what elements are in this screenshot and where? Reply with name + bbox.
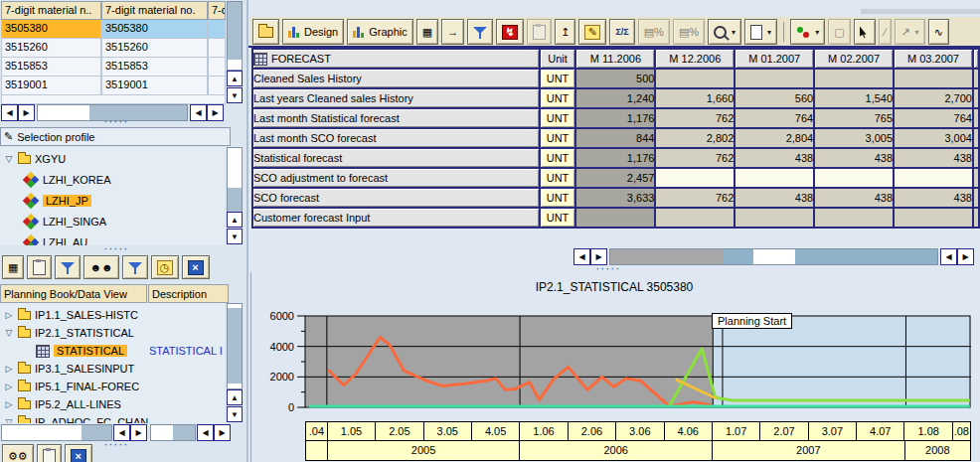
row-label-button[interactable]: Statistical forecast <box>252 148 540 168</box>
row-label-button[interactable]: Last month SCO forecast <box>252 128 540 148</box>
month-column-header[interactable]: M 01.2007 <box>735 49 814 69</box>
splitter-dots[interactable]: ····· <box>104 440 129 450</box>
scroll-down-icon[interactable]: ▼ <box>227 87 243 103</box>
scroll-thumb[interactable] <box>228 2 242 60</box>
material-cell[interactable] <box>208 58 226 77</box>
paste-small-button[interactable] <box>527 19 552 45</box>
value-cell[interactable]: 2,802 <box>655 128 735 148</box>
cursor-button[interactable] <box>854 19 876 45</box>
filter-assign-button[interactable] <box>122 255 148 279</box>
unit-cell[interactable]: UNT <box>540 188 576 208</box>
row-label-button[interactable]: Cleaned Sales History <box>252 69 540 88</box>
value-cell[interactable]: 764 <box>735 108 814 128</box>
value-cell[interactable]: 2,457 <box>575 168 655 188</box>
value-cell[interactable] <box>655 168 735 188</box>
unit-cell[interactable]: UNT <box>540 148 576 168</box>
design-button[interactable]: Design <box>282 19 344 45</box>
value-cell[interactable]: 765 <box>814 108 894 128</box>
scroll-thumb[interactable] <box>82 425 112 440</box>
selection-item-lzhi_au[interactable]: LZHI_AU <box>24 232 87 245</box>
splitter-dots[interactable]: ····· <box>104 117 129 127</box>
material-cell[interactable]: 3515260 <box>101 39 208 58</box>
material-cell[interactable] <box>208 20 226 39</box>
scroll-left-icon[interactable]: ◀ <box>940 248 957 265</box>
scroll-down-icon[interactable]: ▼ <box>227 406 243 422</box>
scroll-thumb[interactable] <box>228 188 242 213</box>
value-cell[interactable]: 438 <box>735 148 814 168</box>
planning-book-item-ip1.1_sales-histc[interactable]: ▷IP1.1_SALES-HISTC <box>4 305 138 325</box>
forecast-hscrollbar[interactable]: ◀ ▶ ◀ ▶ <box>573 248 975 265</box>
table-row[interactable]: 35158533515853 <box>1 58 226 77</box>
value-cell[interactable]: 762 <box>655 188 735 208</box>
planning-book-item-ip_adhoc_fc_chan[interactable]: ▽IP_ADHOC_FC_CHAN <box>4 412 148 423</box>
log-button[interactable]: ◷ <box>151 255 179 279</box>
material-vscrollbar[interactable]: ▲ ▼ <box>227 1 243 104</box>
zoom-button-dropdown[interactable]: ▾ <box>732 28 735 37</box>
zoom-button[interactable]: ▾ <box>708 19 741 45</box>
value-cell[interactable] <box>894 208 973 228</box>
splitter-dots[interactable]: ····· <box>104 244 129 254</box>
scroll-thumb[interactable] <box>753 249 795 264</box>
description-column-header[interactable]: Description <box>148 284 229 303</box>
scroll-right-icon[interactable]: ▶ <box>590 248 607 265</box>
planning-book-item-ip5.2_all-lines[interactable]: ▷IP5.2_ALL-LINES <box>4 394 121 414</box>
pane-divider[interactable] <box>246 0 248 462</box>
row-label-button[interactable]: SCO forecast <box>252 188 540 208</box>
document-select-button[interactable]: ▾ <box>744 19 777 45</box>
month-column-header[interactable]: M 03.2007 <box>894 49 973 69</box>
value-cell[interactable]: 438 <box>894 188 973 208</box>
row-label-button[interactable]: Last years Cleaned sales History <box>252 88 540 108</box>
scroll-right-icon[interactable]: ▶ <box>18 104 35 121</box>
value-cell[interactable]: 1,176 <box>575 108 655 128</box>
row-label-button[interactable]: Last month Statistical forecast <box>252 108 540 128</box>
table-settings-button[interactable]: ▦ <box>2 255 24 279</box>
scroll-up-icon[interactable]: ▲ <box>227 212 243 228</box>
scroll-left-icon[interactable]: ◀ <box>197 424 214 441</box>
value-cell[interactable]: 438 <box>735 188 814 208</box>
month-column-header[interactable]: M 02.2007 <box>814 49 894 69</box>
scroll-track[interactable] <box>227 147 243 212</box>
forecast-title-cell[interactable]: FORECAST <box>253 53 539 66</box>
value-cell[interactable] <box>814 168 894 188</box>
material-column-header[interactable]: 7-digit material no. <box>101 1 208 20</box>
scroll-track[interactable] <box>609 248 938 265</box>
status-button[interactable]: ▾ <box>790 19 825 45</box>
unit-column-header[interactable]: Unit <box>540 49 576 69</box>
close-selection-button[interactable]: × <box>182 255 210 279</box>
planning-book-vscrollbar[interactable]: ▲ ▼ <box>227 303 243 423</box>
month-column-header[interactable]: M 11.2006 <box>575 49 655 69</box>
selection-item-lzhi_korea[interactable]: LZHI_KOREA <box>24 170 110 190</box>
planning-book-column-header[interactable]: Planning Book/Data View <box>0 284 147 303</box>
value-cell[interactable]: 2,700 <box>894 88 973 108</box>
notes-button[interactable]: ✎ <box>578 19 606 45</box>
row-label-button[interactable]: SCO adjustment to forecast <box>252 168 540 188</box>
scroll-right-icon[interactable]: ▶ <box>214 424 231 441</box>
abort-button[interactable]: ↯ <box>496 19 524 45</box>
filter-button[interactable] <box>55 255 81 279</box>
value-cell[interactable]: 438 <box>894 148 973 168</box>
planning-book-item-ip3.1_salesinput[interactable]: ▷IP3.1_SALESINPUT <box>4 359 134 379</box>
clipboard-button[interactable] <box>27 255 52 279</box>
value-cell[interactable]: 3,633 <box>575 188 655 208</box>
value-cell[interactable]: 844 <box>575 128 655 148</box>
unit-cell[interactable]: UNT <box>540 69 576 88</box>
value-cell[interactable]: 1,540 <box>814 88 894 108</box>
scroll-track[interactable] <box>227 303 243 389</box>
status-button-dropdown[interactable]: ▾ <box>815 28 819 37</box>
copy-percent-button[interactable]: ▤% <box>638 19 670 45</box>
row-label-button[interactable]: Customer forecast Input <box>252 208 540 228</box>
settings-button[interactable]: ⚙⚙ <box>2 444 34 462</box>
planning-book-item-ip5.1_final-forec[interactable]: ▷IP5.1_FINAL-FOREC <box>4 377 139 396</box>
selection-vscrollbar[interactable]: ▲ ▼ <box>227 147 243 245</box>
open-layout-button[interactable] <box>252 19 279 45</box>
value-cell[interactable]: 762 <box>655 108 735 128</box>
value-cell[interactable]: 500 <box>575 69 655 88</box>
scroll-left-icon[interactable]: ◀ <box>113 424 130 441</box>
graphic-button[interactable]: Graphic <box>347 19 413 45</box>
material-cell[interactable]: 3515853 <box>101 58 208 77</box>
value-cell[interactable] <box>814 69 894 88</box>
arrow-button[interactable]: ↗▾ <box>895 19 924 45</box>
scroll-left-icon[interactable]: ◀ <box>1 104 18 121</box>
material-cell[interactable]: 3515853 <box>1 58 101 77</box>
distribute-button[interactable]: Σ/Σ <box>609 19 634 45</box>
